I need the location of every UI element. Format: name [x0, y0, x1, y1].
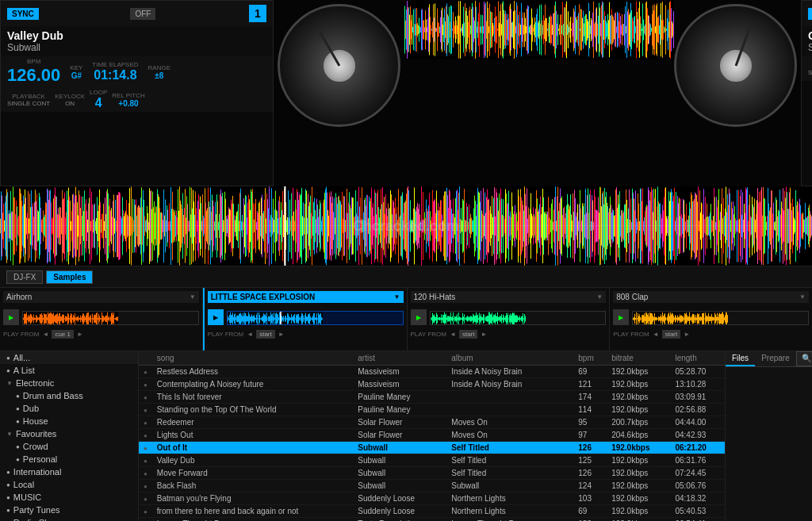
dj-fx-button[interactable]: DJ-FX	[6, 270, 43, 284]
jog-wheel-right[interactable]	[674, 4, 797, 127]
track-dot-2: ●	[139, 391, 152, 404]
track-album-4: Moves On	[446, 416, 573, 429]
sampler-dropdown-1[interactable]: ▼	[394, 293, 400, 301]
sampler-playfrom-0: PLAY FROM ◄ cue 1 ►	[3, 330, 199, 339]
sidebar-label-3: Drum and Bass	[23, 391, 83, 400]
sampler-cue-2[interactable]: start	[459, 330, 478, 339]
track-album-2	[446, 391, 573, 404]
prepare-tab[interactable]: Prepare	[755, 351, 796, 366]
table-row[interactable]: ● Restless Address Massiveism Inside A N…	[139, 366, 725, 378]
sampler-cue-0[interactable]: cue 1	[52, 330, 74, 339]
off-button-left[interactable]: OFF	[130, 8, 155, 20]
table-row[interactable]: ● Batman you're Flying Suddenly Loose No…	[139, 492, 725, 505]
sync-button-right[interactable]: SYNC	[808, 8, 812, 20]
sampler-arrow-left-3[interactable]: ◄	[653, 331, 659, 338]
table-row[interactable]: ● Standing on the Top Of The World Pauli…	[139, 404, 725, 416]
search-icon-button[interactable]: 🔍	[796, 351, 812, 366]
track-bpm-8: 126	[573, 467, 607, 480]
sidebar-item-1[interactable]: ●A List	[0, 364, 138, 377]
sampler-play-0[interactable]: ▶	[3, 309, 19, 325]
sampler-cue-3[interactable]: start	[662, 330, 681, 339]
track-album-9: Subwall	[446, 480, 573, 492]
col-song[interactable]: song	[152, 351, 353, 366]
col-length[interactable]: length	[670, 351, 725, 366]
sampler-arrow-left-2[interactable]: ◄	[450, 331, 456, 338]
sampler-dropdown-3[interactable]: ▼	[799, 293, 806, 301]
table-row[interactable]: ● Redeemer Solar Flower Moves On 95 200.…	[139, 416, 725, 429]
sidebar-item-10[interactable]: ●Local	[0, 478, 138, 491]
loop-value-left: 4	[95, 96, 102, 110]
track-bitrate-5: 204.6kbps	[607, 429, 670, 442]
sampler-arrow-right-0[interactable]: ►	[77, 331, 83, 338]
col-album[interactable]: album	[446, 351, 573, 366]
sync-button-left[interactable]: SYNC	[7, 8, 39, 20]
sampler-play-3[interactable]: ▶	[613, 309, 629, 325]
track-bitrate-1: 192.0kbps	[607, 378, 670, 391]
table-row[interactable]: ● This Is Not forever Pauline Maney 174 …	[139, 391, 725, 404]
sidebar-item-13[interactable]: ●Radio Shows	[0, 516, 138, 521]
sampler-arrow-right-3[interactable]: ►	[684, 331, 690, 338]
deck-left-controls: BPM 126.00 KEY G# TIME ELAPSED 01:14.8 R…	[1, 56, 273, 87]
sampler-arrow-right-2[interactable]: ►	[481, 331, 487, 338]
jog-wheel-left[interactable]	[278, 4, 400, 127]
sidebar-item-2[interactable]: ▼Electronic	[0, 377, 138, 389]
table-row[interactable]: ● Valley Dub Subwall Self Titled 125 192…	[139, 454, 725, 467]
sampler-arrow-right-1[interactable]: ►	[278, 331, 285, 338]
track-song-9: Back Flash	[152, 480, 353, 492]
table-row[interactable]: ● Move Forward Subwall Self Titled 126 1…	[139, 467, 725, 480]
track-album-11: Northern Lights	[446, 505, 573, 518]
track-album-7: Self Titled	[446, 454, 573, 467]
track-length-1: 13:10.28	[670, 378, 725, 391]
sampler-waveform-1	[227, 311, 404, 325]
sampler-cue-1[interactable]: start	[256, 330, 275, 339]
sidebar-arrow-6: ▼	[6, 431, 13, 438]
table-row[interactable]: ● Lights Out Solar Flower Moves On 97 20…	[139, 429, 725, 442]
sidebar-item-0[interactable]: ●All...	[0, 351, 138, 364]
track-artist-4: Solar Flower	[353, 416, 446, 429]
track-bitrate-7: 192.0kbps	[607, 454, 670, 467]
sidebar-item-3[interactable]: ●Drum and Bass	[0, 389, 138, 402]
sidebar-label-0: All...	[13, 353, 30, 362]
track-bitrate-0: 192.0kbps	[607, 366, 670, 378]
track-album-3	[446, 404, 573, 416]
track-artist-9: Subwall	[353, 480, 446, 492]
sampler-dropdown-2[interactable]: ▼	[596, 293, 603, 301]
sampler-row: Airhorn ▼ ▶ PLAY FROM ◄ cue 1 ► LITTLE S…	[0, 288, 812, 351]
track-album-6: Self Titled	[446, 442, 573, 454]
track-bitrate-12: 192.0kbps	[607, 518, 670, 522]
key-value-left: G#	[71, 71, 82, 80]
track-length-3: 02:56.88	[670, 404, 725, 416]
files-tab[interactable]: Files	[726, 351, 755, 366]
key-label-left: KEY	[70, 64, 82, 71]
sidebar-item-4[interactable]: ●Dub	[0, 402, 138, 415]
table-row[interactable]: ● Out of It Subwall Self Titled 126 192.…	[139, 442, 725, 454]
deck-left: SYNC OFF 1 Valley Dub Subwall BPM 126.00…	[0, 0, 274, 186]
sidebar-item-11[interactable]: ●MUSIC	[0, 491, 138, 504]
sampler-pad-2: 120 Hi-Hats ▼ ▶ PLAY FROM ◄ start ►	[408, 288, 611, 351]
sidebar-item-7[interactable]: ●Crowd	[0, 440, 138, 453]
col-bitrate[interactable]: bitrate	[607, 351, 670, 366]
table-row[interactable]: ● Back Flash Subwall Subwall 124 192.0kb…	[139, 480, 725, 492]
sidebar-item-6[interactable]: ▼Favourites	[0, 427, 138, 440]
track-length-8: 07:24.45	[670, 467, 725, 480]
sidebar-item-12[interactable]: ●Party Tunes	[0, 504, 138, 516]
sidebar-item-8[interactable]: ●Personal	[0, 453, 138, 465]
track-dot-8: ●	[139, 467, 152, 480]
col-bpm[interactable]: bpm	[573, 351, 607, 366]
table-row[interactable]: ● Lesser Thought Process Taste Foundatio…	[139, 518, 725, 522]
sampler-play-1[interactable]: ▶	[208, 309, 224, 325]
sampler-play-2[interactable]: ▶	[411, 309, 427, 325]
samples-button[interactable]: Samples	[46, 270, 93, 284]
sampler-arrow-left-1[interactable]: ◄	[247, 331, 253, 338]
track-artist-5: Solar Flower	[353, 429, 446, 442]
table-row[interactable]: ● from there to here and back again or n…	[139, 505, 725, 518]
sidebar-item-9[interactable]: ●International	[0, 465, 138, 478]
sampler-dropdown-0[interactable]: ▼	[190, 293, 196, 301]
table-row[interactable]: ● Contemplating A Noisey future Massivei…	[139, 378, 725, 391]
track-album-5: Moves On	[446, 429, 573, 442]
mini-waveform-center	[404, 0, 674, 59]
sidebar-item-5[interactable]: ●House	[0, 415, 138, 427]
sampler-arrow-left-0[interactable]: ◄	[43, 331, 49, 338]
col-artist[interactable]: artist	[353, 351, 446, 366]
track-bpm-9: 124	[573, 480, 607, 492]
